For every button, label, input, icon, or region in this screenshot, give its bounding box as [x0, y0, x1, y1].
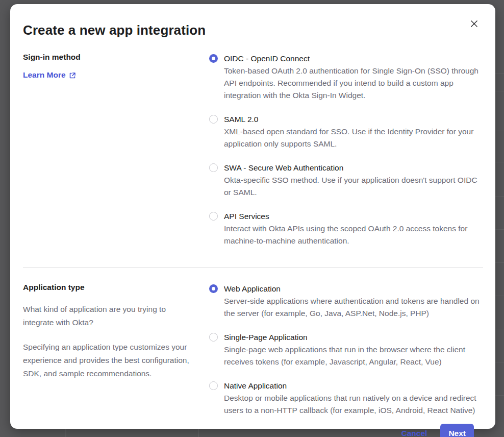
application-type-options: Web Application Server-side applications… — [209, 283, 483, 417]
background-table-line — [495, 162, 504, 162]
radio-option[interactable]: OIDC - OpenID Connect Token-based OAuth … — [209, 53, 483, 102]
signin-method-options: OIDC - OpenID Connect Token-based OAuth … — [209, 53, 483, 247]
radio-option[interactable]: API Services Interact with Okta APIs usi… — [209, 210, 483, 247]
radio-button-icon[interactable] — [209, 381, 218, 390]
radio-button-icon[interactable] — [209, 212, 218, 221]
radio-button-icon[interactable] — [209, 115, 218, 124]
dialog-title: Create a new app integration — [23, 22, 483, 38]
radio-option-description: Interact with Okta APIs using the scoped… — [224, 223, 483, 247]
learn-more-link[interactable]: Learn More — [23, 70, 76, 80]
radio-option[interactable]: SWA - Secure Web Authentication Okta-spe… — [209, 162, 483, 199]
background-table-line — [495, 91, 504, 91]
application-type-explanation: Specifying an application type customize… — [23, 341, 195, 380]
application-type-question: What kind of application are you trying … — [23, 303, 195, 329]
application-type-section: Application type What kind of applicatio… — [23, 283, 483, 417]
radio-button-icon[interactable] — [209, 284, 218, 293]
close-icon — [470, 20, 478, 28]
background-table-line — [495, 73, 504, 74]
dialog-footer: Cancel Next — [23, 424, 483, 437]
background-table-line — [495, 229, 504, 230]
radio-option-description: Single-page web applications that run in… — [224, 344, 483, 368]
background-table-line — [495, 262, 504, 263]
next-button[interactable]: Next — [440, 424, 474, 437]
radio-button-icon[interactable] — [209, 54, 218, 63]
radio-option[interactable]: SAML 2.0 XML-based open standard for SSO… — [209, 113, 483, 150]
radio-option-label: Single-Page Application — [224, 331, 483, 343]
background-table-line — [495, 131, 504, 131]
external-link-icon — [69, 72, 76, 79]
background-table-line — [495, 362, 504, 362]
close-button[interactable] — [469, 18, 479, 29]
signin-method-section: Sign-in method Learn More OIDC - OpenID … — [23, 53, 483, 247]
radio-option-label: Native Application — [224, 380, 483, 392]
background-table-line — [495, 296, 504, 296]
radio-option-label: SWA - Secure Web Authentication — [224, 162, 483, 174]
radio-option[interactable]: Native Application Desktop or mobile app… — [209, 380, 483, 417]
radio-option-label: SAML 2.0 — [224, 113, 483, 125]
section-divider — [23, 268, 483, 268]
radio-option-description: Server-side applications where authentic… — [224, 295, 483, 320]
background-table-line — [495, 196, 504, 197]
learn-more-label: Learn More — [23, 70, 66, 80]
background-table-line — [495, 395, 504, 396]
signin-method-heading: Sign-in method — [23, 53, 195, 62]
radio-option-description: Okta-specific SSO method. Use if your ap… — [224, 174, 483, 199]
background-table-line — [495, 329, 504, 329]
radio-option-description: XML-based open standard for SSO. Use if … — [224, 126, 483, 150]
cancel-button[interactable]: Cancel — [401, 429, 427, 437]
create-app-integration-dialog: Create a new app integration Sign-in met… — [10, 4, 495, 429]
radio-button-icon[interactable] — [209, 333, 218, 342]
application-type-heading: Application type — [23, 283, 195, 292]
radio-option-label: OIDC - OpenID Connect — [224, 53, 483, 64]
radio-option-label: Web Application — [224, 283, 483, 295]
radio-option-label: API Services — [224, 210, 483, 222]
radio-button-icon[interactable] — [209, 163, 218, 172]
radio-option[interactable]: Single-Page Application Single-page web … — [209, 331, 483, 368]
radio-option[interactable]: Web Application Server-side applications… — [209, 283, 483, 320]
radio-option-description: Token-based OAuth 2.0 authentication for… — [224, 65, 483, 102]
radio-option-description: Desktop or mobile applications that run … — [224, 392, 483, 417]
